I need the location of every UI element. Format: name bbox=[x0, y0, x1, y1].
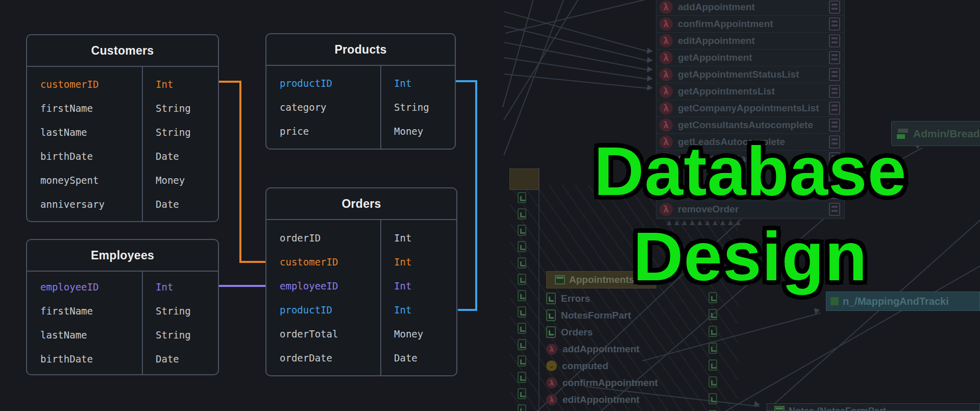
title-line-2: Design Design bbox=[531, 214, 970, 299]
field-row: anniversaryDate bbox=[27, 192, 218, 216]
field-row: orderTotalMoney bbox=[266, 322, 456, 346]
field-row: employeeIDInt bbox=[266, 274, 456, 298]
field-name: productID bbox=[266, 78, 380, 89]
field-type: String bbox=[142, 305, 191, 317]
field-row: moneySpentMoney bbox=[27, 168, 218, 192]
table-title: Orders bbox=[266, 188, 456, 220]
field-type: Int bbox=[380, 304, 411, 316]
field-type: Date bbox=[380, 352, 418, 364]
field-row: lastNameString bbox=[27, 120, 218, 144]
field-type: String bbox=[142, 127, 191, 138]
fk-line-products-orders bbox=[455, 80, 477, 82]
field-name: firstName bbox=[27, 305, 142, 317]
title-line-1: Database Database bbox=[531, 129, 970, 214]
field-type: Date bbox=[142, 353, 179, 365]
table-orders[interactable]: Orders orderIDIntcustomerIDIntemployeeID… bbox=[265, 187, 457, 376]
field-row: firstNameString bbox=[27, 96, 218, 120]
field-row: productIDInt bbox=[266, 71, 455, 95]
fk-line-products-orders bbox=[475, 80, 477, 311]
field-name: employeeID bbox=[27, 281, 142, 293]
field-type: Int bbox=[142, 281, 173, 293]
fk-line-customers-orders bbox=[239, 261, 266, 263]
fk-line-employees-orders bbox=[218, 285, 266, 287]
table-title: Customers bbox=[27, 35, 218, 67]
field-type: Money bbox=[380, 126, 423, 137]
field-type: String bbox=[142, 103, 191, 114]
field-name: customerID bbox=[266, 256, 380, 268]
field-row: productIDInt bbox=[266, 298, 456, 322]
field-row: birthDateDate bbox=[27, 347, 218, 371]
field-name: price bbox=[266, 126, 380, 137]
field-name: employeeID bbox=[266, 280, 380, 292]
fk-line-customers-orders bbox=[218, 81, 241, 83]
field-type: Int bbox=[380, 280, 411, 292]
thumbnail-stage: λaddAppointmentλconfirmAppointmentλeditA… bbox=[0, 0, 980, 411]
field-row: firstNameString bbox=[27, 299, 218, 323]
field-type: Int bbox=[380, 232, 411, 244]
field-row: customerIDInt bbox=[266, 250, 456, 274]
table-customers[interactable]: Customers customerIDIntfirstNameStringla… bbox=[26, 34, 219, 222]
field-name: productID bbox=[266, 304, 380, 316]
table-employees[interactable]: Employees employeeIDIntfirstNameStringla… bbox=[26, 239, 219, 375]
field-name: orderDate bbox=[266, 352, 380, 364]
field-name: category bbox=[266, 102, 380, 113]
table-title: Employees bbox=[27, 240, 218, 272]
field-name: moneySpent bbox=[27, 175, 142, 186]
field-name: customerID bbox=[27, 79, 142, 90]
field-row: customerIDInt bbox=[27, 72, 218, 96]
field-name: orderID bbox=[266, 232, 380, 244]
field-type: String bbox=[380, 102, 429, 113]
field-name: lastName bbox=[27, 127, 142, 138]
field-type: Date bbox=[142, 199, 179, 210]
fk-line-products-orders bbox=[458, 309, 477, 311]
field-type: Money bbox=[142, 175, 185, 186]
field-row: orderDateDate bbox=[266, 346, 456, 370]
field-row: orderIDInt bbox=[266, 226, 456, 250]
field-row: categoryString bbox=[266, 95, 455, 119]
field-type: Int bbox=[142, 79, 173, 90]
field-row: lastNameString bbox=[27, 323, 218, 347]
video-title: Database Database Design Design bbox=[531, 129, 970, 299]
field-row: priceMoney bbox=[266, 119, 455, 143]
field-type: Int bbox=[380, 256, 411, 268]
table-title: Products bbox=[266, 34, 455, 66]
field-name: orderTotal bbox=[266, 328, 380, 340]
field-type: Date bbox=[142, 151, 179, 162]
field-type: String bbox=[142, 329, 191, 341]
field-name: birthDate bbox=[27, 353, 142, 365]
field-row: birthDateDate bbox=[27, 144, 218, 168]
field-name: lastName bbox=[27, 329, 142, 341]
field-row: employeeIDInt bbox=[27, 275, 218, 299]
field-type: Int bbox=[380, 78, 411, 89]
field-name: anniversary bbox=[27, 199, 142, 210]
field-name: birthDate bbox=[27, 151, 142, 162]
field-name: firstName bbox=[27, 103, 142, 114]
field-type: Money bbox=[380, 328, 423, 340]
fk-line-customers-orders bbox=[239, 81, 241, 263]
table-products[interactable]: Products productIDIntcategoryStringprice… bbox=[265, 33, 456, 150]
